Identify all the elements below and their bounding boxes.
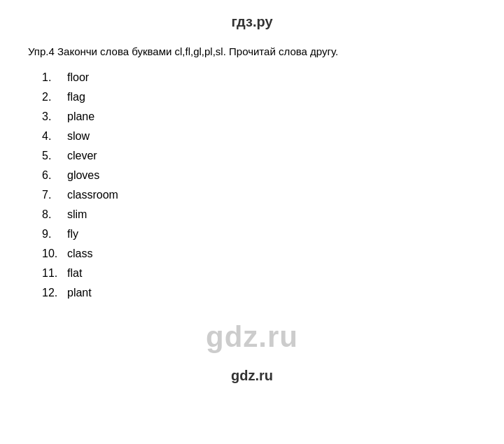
list-item: 11.flat [42, 267, 476, 280]
header-title: гдз.ру [28, 14, 476, 30]
word-list: 1.floor2.flag3.plane4.slow5.clever6.glov… [42, 71, 476, 299]
word-text: plant [67, 287, 92, 299]
word-number: 8. [42, 208, 67, 221]
word-text: fly [67, 228, 78, 241]
list-item: 7.classroom [42, 189, 476, 201]
word-text: slow [67, 130, 90, 143]
word-number: 4. [42, 130, 67, 143]
word-number: 3. [42, 110, 67, 123]
list-item: 1.floor [42, 71, 476, 84]
word-text: flat [67, 267, 82, 280]
list-item: 3.plane [42, 110, 476, 123]
list-item: 5.clever [42, 150, 476, 162]
word-text: classroom [67, 189, 118, 201]
list-item: 4.slow [42, 130, 476, 143]
word-number: 10. [42, 248, 67, 260]
word-number: 7. [42, 189, 67, 201]
word-text: clever [67, 150, 97, 162]
word-number: 2. [42, 91, 67, 103]
list-item: 6.gloves [42, 169, 476, 182]
list-item: 2.flag [42, 91, 476, 103]
list-item: 10.class [42, 248, 476, 260]
instruction: Упр.4 Закончи слова буквами cl,fl,gl,pl,… [28, 44, 476, 60]
word-number: 11. [42, 267, 67, 280]
list-item: 12.plant [42, 287, 476, 299]
word-number: 9. [42, 228, 67, 241]
footer-title: gdz.ru [28, 368, 476, 384]
word-text: flag [67, 91, 85, 103]
word-text: plane [67, 110, 94, 123]
word-text: class [67, 248, 92, 260]
list-item: 9.fly [42, 228, 476, 241]
watermark-center: gdz.ru [28, 320, 476, 354]
word-number: 1. [42, 71, 67, 84]
word-text: gloves [67, 169, 99, 182]
word-text: slim [67, 208, 87, 221]
word-text: floor [67, 71, 89, 84]
list-item: 8.slim [42, 208, 476, 221]
word-number: 6. [42, 169, 67, 182]
word-number: 5. [42, 150, 67, 162]
word-number: 12. [42, 287, 67, 299]
